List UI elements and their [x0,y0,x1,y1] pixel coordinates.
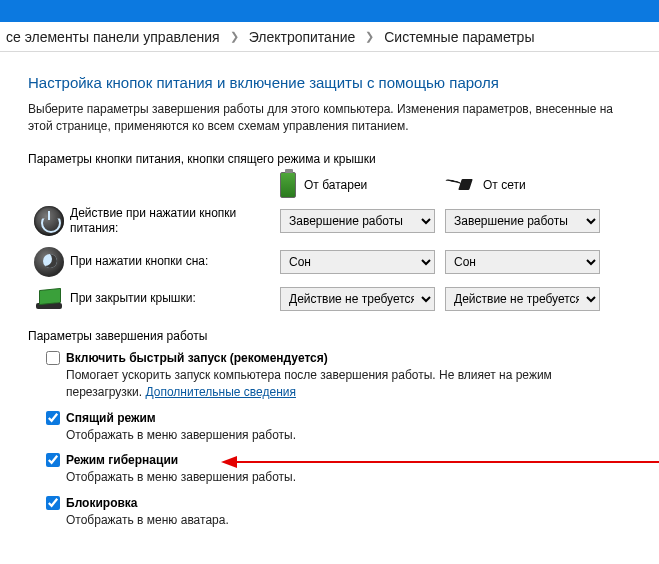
row-label-lid: При закрытии крышки: [70,291,280,307]
breadcrumb: се элементы панели управления ❯ Электроп… [0,22,659,52]
hardware-section-label: Параметры кнопки питания, кнопки спящего… [28,152,631,166]
hibernate-label: Режим гибернации [66,453,178,467]
battery-icon [280,172,296,198]
more-info-link[interactable]: Дополнительные сведения [145,385,295,399]
list-item: Включить быстрый запуск (рекомендуется) … [46,351,631,401]
table-row: Действие при нажатии кнопки питания: Зав… [28,206,631,237]
lock-desc: Отображать в меню аватара. [46,512,631,529]
page-title: Настройка кнопок питания и включение защ… [28,74,631,91]
lock-checkbox[interactable] [46,496,60,510]
table-row: При нажатии кнопки сна: Сон Сон [28,247,631,277]
column-ac-label: От сети [483,178,526,192]
breadcrumb-item[interactable]: се элементы панели управления [6,29,220,45]
list-item: Блокировка Отображать в меню аватара. [46,496,631,529]
sleep-battery-select[interactable]: Сон [280,250,435,274]
breadcrumb-item[interactable]: Электропитание [249,29,356,45]
list-item: Режим гибернации Отображать в меню завер… [46,453,631,486]
list-item: Спящий режим Отображать в меню завершени… [46,411,631,444]
power-settings-table: От батареи От сети Действие при нажатии … [28,172,631,311]
hibernate-desc: Отображать в меню завершения работы. [46,469,631,486]
chevron-right-icon: ❯ [230,30,239,43]
fast-startup-desc: Помогает ускорить запуск компьютера посл… [46,367,631,401]
page-description: Выберите параметры завершения работы для… [28,101,631,136]
ac-plug-icon [445,176,475,194]
hibernate-checkbox[interactable] [46,453,60,467]
lock-label: Блокировка [66,496,138,510]
fast-startup-label: Включить быстрый запуск (рекомендуется) [66,351,328,365]
row-label-power: Действие при нажатии кнопки питания: [70,206,280,237]
breadcrumb-item[interactable]: Системные параметры [384,29,534,45]
fast-startup-checkbox[interactable] [46,351,60,365]
power-button-icon [34,206,64,236]
lid-ac-select[interactable]: Действие не требуется [445,287,600,311]
lid-battery-select[interactable]: Действие не требуется [280,287,435,311]
chevron-right-icon: ❯ [365,30,374,43]
table-row: При закрытии крышки: Действие не требует… [28,287,631,311]
sleep-mode-label: Спящий режим [66,411,156,425]
sleep-ac-select[interactable]: Сон [445,250,600,274]
sleep-mode-checkbox[interactable] [46,411,60,425]
power-battery-select[interactable]: Завершение работы [280,209,435,233]
sleep-button-icon [34,247,64,277]
sleep-mode-desc: Отображать в меню завершения работы. [46,427,631,444]
shutdown-section-label: Параметры завершения работы [28,329,631,343]
row-label-sleep: При нажатии кнопки сна: [70,254,280,270]
window-titlebar [0,0,659,22]
power-ac-select[interactable]: Завершение работы [445,209,600,233]
column-battery-label: От батареи [304,178,367,192]
lid-icon [34,287,64,311]
